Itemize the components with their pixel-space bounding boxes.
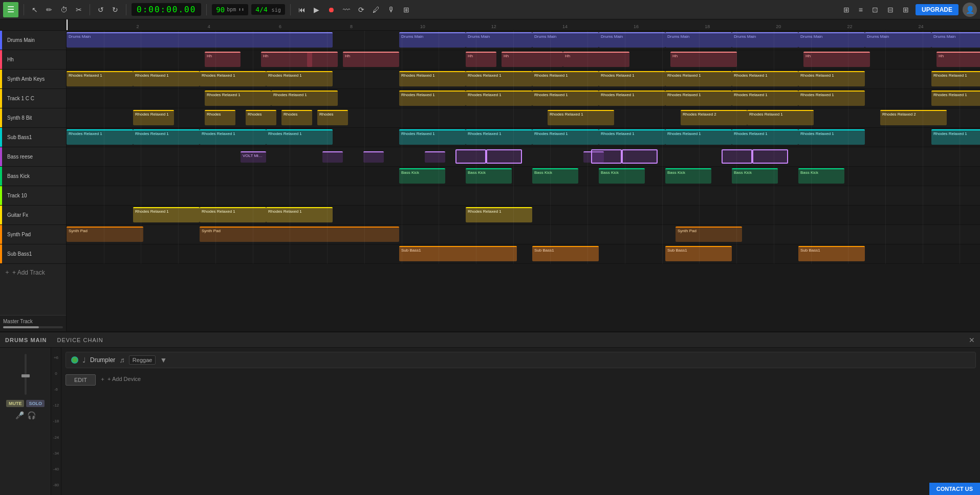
clip-subbass1-10[interactable]: Rhodes Relaxed 1 [732,129,798,145]
clip-rhodes-amb-9[interactable]: Rhodes Relaxed 1 [665,71,732,86]
lane-subbass1-2[interactable]: Sub Bass1 Sub Bass1 Sub Bass1 Sub Bass1 … [67,244,980,264]
contact-us-button[interactable]: CONTACT US [929,483,980,495]
clip-drums-main-9[interactable]: Drums Main [865,32,931,48]
add-device-button[interactable]: ＋ + Add Device [100,375,141,383]
clip-kick-7[interactable]: Bass Kick [798,168,844,184]
clip-kick-6[interactable]: Bass Kick [732,168,778,184]
clip-synth8bit-1[interactable]: Rhodes Relaxed 1 [133,110,174,125]
undo-button[interactable]: ↺ [95,5,106,15]
view-btn-3[interactable]: ⊡ [869,5,881,15]
lane-bassreese[interactable]: VOLT Mini ~ Amp LFO Rate [67,147,980,167]
clip-track1cc-7[interactable]: Rhodes Relaxed 1 [665,91,732,106]
clip-hh-4[interactable]: Hh [343,52,399,67]
clip-track1cc-3[interactable]: Rhodes Relaxed 1 [399,91,466,106]
rewind-button[interactable]: ⏮ [296,5,308,15]
track-item-synth8bit[interactable]: Synth 8 Bit [0,108,66,128]
clip-synth8bit-9[interactable]: Rhodes Relaxed 2 [880,110,947,125]
clip-hh-8[interactable]: Hh [670,52,737,67]
lane-synth-amb[interactable]: Rhodes Relaxed 1 Rhodes Relaxed 1 Rhodes… [67,70,980,89]
time-sig-display[interactable]: 4/4 sig [251,4,285,15]
redo-button[interactable]: ↻ [110,5,121,15]
upgrade-button[interactable]: UPGRADE [916,4,959,15]
clip-rhodes-amb-10[interactable]: Rhodes Relaxed 1 [732,71,798,86]
clip-drums-main-4[interactable]: Drums Main [532,32,599,48]
view-btn-4[interactable]: ⊟ [885,5,896,15]
view-btn-2[interactable]: ≡ [856,5,865,15]
clip-hh-2[interactable]: Hh [261,52,312,67]
clip-rhodes-amb-8[interactable]: Rhodes Relaxed 1 [599,71,665,86]
play-button[interactable]: ▶ [311,5,322,15]
lane-synthpad[interactable]: Synth Pad Synth Pad Synth Pad Synth Pad [67,225,980,244]
draw-tool[interactable]: ✏ [43,5,55,15]
clip-subbass1-8[interactable]: Rhodes Relaxed 1 [599,129,665,145]
clip-volt-9[interactable] [622,149,658,164]
clip-synth8bit-2[interactable]: Rhodes [205,110,235,125]
clip-volt-5[interactable] [455,149,486,164]
track-item-drums-main[interactable]: Drums Main [0,31,66,50]
clip-subbass1-6[interactable]: Rhodes Relaxed 1 [466,129,532,145]
clip-pad-3[interactable]: Synth Pad [676,227,742,242]
device-power-button[interactable] [71,356,78,364]
clip-subbass1-1[interactable]: Rhodes Relaxed 1 [67,129,133,145]
fader-track[interactable] [25,354,27,395]
clip-hh-5[interactable]: Hh [466,52,496,67]
lane-track1cc[interactable]: Rhodes Relaxed 1 Rhodes Relaxed 1 Rhodes… [67,89,980,108]
clip-volt-10[interactable] [722,149,752,164]
clip-rhodes-3[interactable]: Rhodes Relaxed 1 [200,71,266,86]
solo-button[interactable]: SOLO [26,400,45,407]
track-item-track10[interactable]: Track 10 [0,186,66,206]
punch-button[interactable]: 🖊 [370,5,382,15]
wave-button[interactable]: 〰 [340,5,353,15]
clip-subbass1-12[interactable]: Rhodes Relaxed 1 [931,129,980,145]
clip-drums-main-7[interactable]: Drums Main [732,32,798,48]
view-btn-1[interactable]: ⊞ [841,5,852,15]
cut-tool[interactable]: ✂ [73,5,84,15]
clip-kick-2[interactable]: Bass Kick [466,168,512,184]
clip-volt-11[interactable] [752,149,788,164]
clip-volt-2[interactable] [322,151,343,163]
clip-hh-3[interactable] [307,52,338,67]
clip-rhodes-amb-6[interactable]: Rhodes Relaxed 1 [466,71,532,86]
select-tool[interactable]: ↖ [29,5,40,15]
clip-hh-6[interactable]: Hh [502,52,563,67]
clip-track1cc-5[interactable]: Rhodes Relaxed 1 [532,91,599,106]
track-item-synth-amb[interactable]: Synth Amb Keys [0,70,66,89]
clip-subbass2-4[interactable]: Sub Bass1 [798,246,865,261]
clip-subbass1-11[interactable]: Rhodes Relaxed 1 [798,129,865,145]
clip-volt-6[interactable] [486,149,522,164]
clip-subbass1-9[interactable]: Rhodes Relaxed 1 [665,129,732,145]
clip-guitar-3[interactable]: Rhodes Relaxed 1 [266,207,333,222]
clip-drums-main-2[interactable]: Drums Main [399,32,466,48]
clip-track1cc-4[interactable]: Rhodes Relaxed 1 [466,91,532,106]
lane-track10[interactable]: Track 10 [67,186,980,206]
clip-rhodes-2[interactable]: Rhodes Relaxed 1 [133,71,200,86]
clip-hh-1[interactable]: Hh [205,52,241,67]
clip-synth8bit-5[interactable]: Rhodes [317,110,348,125]
clip-drums-main-10[interactable]: Drums Main [931,32,980,48]
track-item-bassreese[interactable]: Bass reese [0,147,66,167]
clip-volt-4[interactable] [425,151,445,163]
clip-synth8bit-3[interactable]: Rhodes [246,110,276,125]
clip-volt-8[interactable] [591,149,622,164]
view-btn-5[interactable]: ⊞ [900,5,911,15]
clip-pad-2[interactable]: Synth Pad [200,227,399,242]
clip-subbass1-2[interactable]: Rhodes Relaxed 1 [133,129,200,145]
clip-synth8bit-7[interactable]: Rhodes Relaxed 2 [681,110,747,125]
clip-guitar-1[interactable]: Rhodes Relaxed 1 [133,207,200,222]
clip-guitar-2[interactable]: Rhodes Relaxed 1 [200,207,266,222]
track-item-guitarfx[interactable]: Guitar Fx [0,206,66,225]
master-track[interactable]: Master Track [0,315,66,331]
track-item-track1cc[interactable]: Track 1 C C [0,89,66,108]
mute-button[interactable]: MUTE [6,400,25,407]
record-button[interactable]: ⏺ [325,5,337,15]
track-item-subbass1-2[interactable]: Sub Bass1 [0,244,66,264]
clip-subbass2-3[interactable]: Sub Bass1 [665,246,732,261]
metro-button[interactable]: 🎙 [385,5,398,15]
clip-track1cc-1[interactable]: Rhodes Relaxed 1 [205,91,271,106]
time-tool[interactable]: ⏱ [58,5,70,15]
clip-rhodes-amb-5[interactable]: Rhodes Relaxed 1 [399,71,466,86]
clip-drums-main-5[interactable]: Drums Main [599,32,665,48]
clip-drums-main-1[interactable]: Drums Main [67,32,333,48]
tracks-scroll[interactable]: Drums Main Drums Main Drums Main Drums M… [67,31,980,331]
clip-subbass1-3[interactable]: Rhodes Relaxed 1 [200,129,266,145]
